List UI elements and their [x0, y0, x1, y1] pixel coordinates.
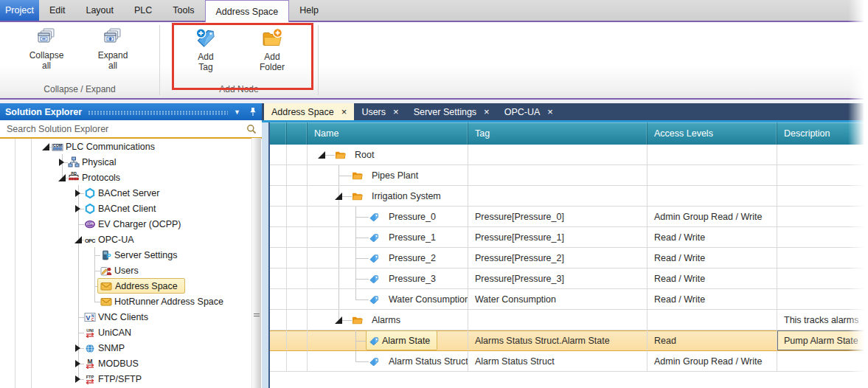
ribbon-button-collapse-all[interactable]: Collapse all [23, 27, 70, 72]
tree-guide [78, 294, 79, 309]
table-row-pressure-0[interactable]: Pressure_0Pressure[Pressure_0]Admin Grou… [270, 207, 868, 227]
tag-icon [369, 274, 379, 283]
tree-item-label: EV Charger (OCPP) [98, 216, 181, 232]
splitter-grip[interactable] [254, 313, 260, 316]
ribbon-button-label: Expand all [98, 50, 128, 72]
table-row-pressure-3[interactable]: Pressure_3Pressure[Pressure_3]Read / Wri… [270, 269, 868, 289]
table-row-pipes-plant[interactable]: Pipes Plant [270, 165, 868, 186]
collapse-marker[interactable] [75, 360, 80, 367]
menu-item-layout[interactable]: Layout [75, 0, 124, 21]
close-icon[interactable]: × [484, 107, 490, 117]
table-row-pressure-1[interactable]: Pressure_1Pressure[Pressure_1]Read / Wri… [270, 227, 868, 248]
sidebar-item-bacnet-client[interactable]: BACnet Client [0, 201, 251, 216]
sidebar-item-protocols[interactable]: PIDProtocols [0, 170, 251, 185]
tree-item-label: OPC-UA [98, 232, 134, 247]
tree-guide [355, 289, 356, 299]
sidebar-item-hotrunner-address-space[interactable]: HotRunner Address Space [0, 294, 251, 309]
ribbon-button-expand-all[interactable]: Expand all [89, 27, 136, 72]
tree-guide [94, 302, 100, 302]
tab-opc-ua[interactable]: OPC-UA× [497, 103, 560, 120]
tree-item-label: VNC Clients [98, 309, 148, 325]
column-header-name[interactable]: Name [308, 122, 468, 145]
cell-name: Alarm Status Struct [308, 351, 468, 372]
search-input[interactable] [5, 123, 246, 135]
vertical-scrollbar[interactable] [251, 138, 261, 388]
expand-marker[interactable] [335, 193, 342, 200]
expand-marker[interactable] [58, 174, 66, 181]
collapse-marker[interactable] [75, 205, 80, 212]
table-row-water-consumption[interactable]: Water ConsumptionWater ConsumptionRead /… [270, 289, 868, 310]
menu-item-edit[interactable]: Edit [39, 0, 76, 21]
tab-users[interactable]: Users× [354, 103, 406, 120]
table-header: NameTagAccess LevelsDescription [270, 122, 868, 145]
sidebar-item-unican[interactable]: UNIUniCAN [0, 325, 251, 340]
sidebar-item-ev-charger-ocpp[interactable]: OCPPEV Charger (OCPP) [0, 216, 251, 232]
sidebar-item-snmp[interactable]: SNMP [0, 340, 251, 356]
menu-item-tools[interactable]: Tools [162, 0, 204, 21]
tree-guide [78, 247, 79, 263]
sidebar-item-modbus[interactable]: MMODBUS [0, 356, 251, 371]
column-header-access-levels[interactable]: Access Levels [647, 122, 777, 145]
table-row-irrigation-system[interactable]: Irrigation System [270, 186, 868, 207]
row-gutter-cell [287, 227, 308, 248]
collapse-marker[interactable] [75, 344, 80, 352]
cell-description: This tracks alarms [777, 310, 868, 330]
table-row-root[interactable]: Root [270, 145, 868, 165]
ribbon-button-add-folder[interactable]: Add Folder [249, 27, 296, 73]
column-header-description[interactable]: Description [777, 122, 868, 145]
cell-description [777, 289, 868, 310]
collapse-marker[interactable] [75, 190, 80, 197]
column-header-empty[interactable] [270, 122, 287, 145]
sidebar-item-users[interactable]: Users [0, 263, 251, 278]
tab-server-settings[interactable]: Server Settings× [406, 103, 497, 120]
cell-description [777, 145, 868, 165]
tree-guide [338, 289, 339, 309]
tree-item-label: BACnet Server [98, 185, 159, 201]
cell-description [777, 186, 868, 207]
table-row-pressure-2[interactable]: Pressure_2Pressure[Pressure_2]Read / Wri… [270, 248, 868, 269]
close-icon[interactable]: × [341, 107, 347, 117]
sidebar-item-plc-communications[interactable]: COMPLC Communications [0, 139, 251, 154]
sidebar-item-ftp-sftp[interactable]: FTPFTP/SFTP [0, 371, 251, 387]
sidebar-item-server-settings[interactable]: PServer Settings [0, 247, 251, 263]
tree-item-label: Pressure_1 [389, 227, 436, 247]
collapse-marker[interactable] [59, 159, 64, 166]
expand-marker[interactable] [335, 316, 342, 324]
pin-icon[interactable] [249, 107, 257, 117]
cell-tag: Alarm Status Struct [468, 351, 647, 372]
tab-address-space[interactable]: Address Space× [264, 103, 354, 120]
cell-name: Pressure_3 [308, 269, 468, 289]
cell-description [777, 165, 868, 186]
sidebar-item-vnc-clients[interactable]: VNCVNC Clients [0, 309, 251, 325]
search-icon[interactable] [246, 124, 257, 134]
sidebar-item-physical[interactable]: Physical [0, 154, 251, 170]
expand-marker[interactable] [318, 151, 325, 159]
menu-item-project[interactable]: Project [0, 0, 39, 21]
expand-marker[interactable] [74, 236, 82, 243]
cell-tag: Alarms Status Struct.Alarm State [468, 330, 647, 351]
document-left-margin [262, 122, 268, 388]
tree-guide [94, 271, 100, 271]
column-header-empty[interactable] [287, 122, 308, 145]
table-row-alarms[interactable]: AlarmsThis tracks alarms [270, 310, 868, 330]
menu-item-plc[interactable]: PLC [124, 0, 162, 21]
table-row-alarm-state[interactable]: Alarm StateAlarms Status Struct.Alarm St… [270, 330, 868, 351]
ribbon-button-add-tag[interactable]: Add Tag [182, 27, 229, 73]
menu-item-help[interactable]: Help [289, 0, 329, 21]
sidebar-item-bacnet-server[interactable]: BACnet Server [0, 185, 251, 201]
tab-label: Address Space [271, 107, 334, 117]
tree-item-label: Alarm Status Struct [389, 351, 468, 371]
collapse-marker[interactable] [75, 375, 80, 383]
sidebar-item-opc-ua[interactable]: OPCOPC-UA [0, 232, 251, 247]
tree-item-label: BACnet Client [98, 201, 156, 216]
sidebar-item-address-space[interactable]: Address Space [0, 278, 251, 294]
expand-marker[interactable] [42, 143, 49, 150]
menu-item-address-space[interactable]: Address Space [205, 0, 290, 22]
snmp-icon [84, 342, 96, 354]
table-row-alarm-status-struct[interactable]: Alarm Status StructAlarm Status StructAd… [270, 351, 868, 372]
column-header-tag[interactable]: Tag [468, 122, 647, 145]
close-icon[interactable]: × [393, 107, 399, 117]
svg-text:P: P [106, 252, 111, 259]
close-icon[interactable]: × [547, 107, 553, 117]
chevron-down-icon[interactable]: ▼ [234, 108, 240, 116]
